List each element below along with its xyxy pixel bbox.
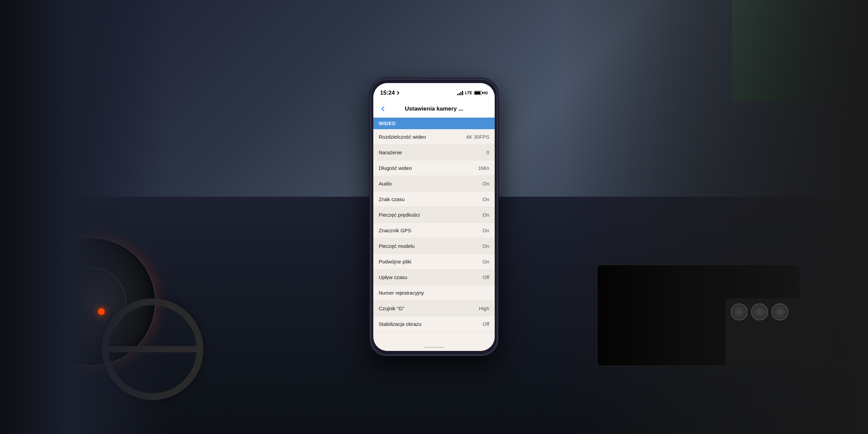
settings-item-label: Podwójne pliki: [379, 259, 411, 264]
navigation-bar: Ustawienia kamery ...: [373, 100, 495, 118]
back-chevron-icon: [381, 106, 386, 111]
settings-item-label: Czujnik "G": [379, 305, 405, 311]
settings-item[interactable]: Długość wideo1Min: [373, 160, 495, 176]
battery-icon: [474, 91, 482, 95]
settings-list: Rozdzielczość wideo4K 30FPSNarażenie0Dłu…: [373, 129, 495, 344]
settings-item-label: Pieczęć modelu: [379, 243, 415, 249]
control-knob-2: [751, 303, 768, 320]
settings-item-label: Numer rejestracyjny: [379, 290, 424, 296]
network-type: LTE: [465, 91, 472, 95]
back-button[interactable]: [379, 104, 389, 114]
section-header: WIDEO: [373, 118, 495, 129]
settings-item[interactable]: Pieczęć modeluOn: [373, 238, 495, 254]
settings-item-label: Pieczęć prędkości: [379, 212, 420, 218]
settings-item[interactable]: Numer rejestracyjny: [373, 285, 495, 301]
settings-item-label: Długość wideo: [379, 165, 412, 171]
settings-item[interactable]: Znak czasuOn: [373, 192, 495, 207]
settings-item-value: On: [482, 243, 489, 249]
screen-content: 15:24 LTE: [373, 83, 495, 351]
settings-item[interactable]: Podwójne plikiOn: [373, 254, 495, 270]
speedometer-center: [98, 308, 105, 315]
screen-title: Ustawienia kamery ...: [389, 105, 479, 112]
settings-item-label: Rozdzielczość wideo: [379, 134, 426, 140]
settings-item-label: Znak czasu: [379, 196, 405, 202]
settings-item[interactable]: Narażenie0: [373, 145, 495, 160]
settings-item-value: 1Min: [478, 165, 489, 171]
settings-item-value: On: [482, 196, 489, 202]
controls-panel: [726, 298, 827, 366]
battery-fill: [475, 92, 480, 94]
settings-item-label: Stabilizacja obrazu: [379, 321, 421, 327]
scroll-indicator: [424, 347, 444, 348]
location-icon: [396, 91, 399, 95]
battery-percent: 92: [484, 91, 488, 95]
left-blur-overlay: [0, 0, 170, 434]
status-time: 15:24: [380, 90, 399, 96]
settings-item[interactable]: Rozdzielczość wideo4K 30FPS: [373, 129, 495, 145]
scroll-indicator-bar: [373, 344, 495, 351]
settings-item-value: On: [482, 212, 489, 218]
phone-wrapper: 15:24 LTE: [370, 78, 498, 356]
settings-item[interactable]: AudioOn: [373, 176, 495, 192]
control-knob-3: [771, 303, 788, 320]
settings-item[interactable]: Stabilizacja obrazuOff: [373, 316, 495, 332]
scene: 15:24 LTE: [0, 0, 868, 434]
settings-item[interactable]: Upływ czasuOff: [373, 270, 495, 285]
settings-item-label: Znacznik GPS: [379, 228, 411, 233]
settings-item-value: On: [482, 228, 489, 233]
settings-item-value: Off: [482, 321, 489, 327]
control-knob-1: [731, 303, 748, 320]
status-icons: LTE 92: [457, 91, 488, 95]
phone-screen: 15:24 LTE: [373, 83, 495, 351]
settings-item-value: Off: [482, 274, 489, 280]
settings-item-label: Audio: [379, 181, 392, 186]
settings-item-label: Narażenie: [379, 150, 402, 155]
settings-item-value: On: [482, 181, 489, 186]
right-blur-overlay: [563, 0, 868, 434]
settings-item[interactable]: Czujnik "G"High: [373, 301, 495, 316]
smartphone: 15:24 LTE: [370, 78, 498, 356]
settings-item-value: 4K 30FPS: [466, 134, 489, 140]
settings-item[interactable]: Znacznik GPSOn: [373, 223, 495, 238]
settings-item-label: Upływ czasu: [379, 274, 407, 280]
signal-strength: [457, 91, 463, 95]
settings-item-value: High: [479, 305, 489, 311]
settings-item-value: On: [482, 259, 489, 264]
time-display: 15:24: [380, 90, 395, 96]
section-header-label: WIDEO: [379, 121, 396, 126]
settings-item[interactable]: Pieczęć prędkościOn: [373, 207, 495, 223]
settings-item-value: 0: [487, 150, 489, 155]
status-bar: 15:24 LTE: [373, 83, 495, 100]
